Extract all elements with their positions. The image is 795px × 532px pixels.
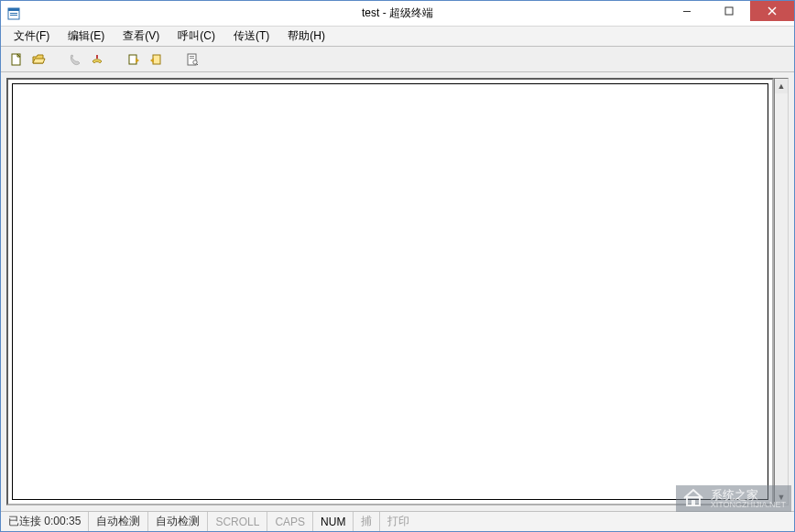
menu-file[interactable]: 文件(F) (6, 27, 57, 46)
svg-line-21 (197, 63, 199, 65)
svg-rect-12 (96, 55, 98, 59)
send-button[interactable] (124, 49, 144, 70)
svg-rect-18 (190, 56, 194, 57)
close-button[interactable] (750, 1, 794, 21)
app-window: test - 超级终端 文件(F) 编辑(E) 查看(V) 呼叫(C) 传送(T… (0, 0, 795, 532)
receive-button[interactable] (146, 49, 166, 70)
status-capture: 捕 (354, 512, 380, 531)
vertical-scrollbar[interactable]: ▲ ▼ (774, 78, 789, 505)
send-file-icon (126, 52, 141, 67)
status-num: NUM (313, 512, 354, 531)
menu-view[interactable]: 查看(V) (115, 27, 167, 46)
svg-rect-19 (190, 58, 194, 59)
svg-rect-3 (10, 15, 17, 16)
new-file-icon (9, 52, 24, 67)
status-caps: CAPS (267, 512, 313, 531)
properties-button[interactable] (182, 49, 202, 70)
svg-rect-15 (153, 55, 160, 64)
menu-edit[interactable]: 编辑(E) (60, 27, 112, 46)
terminal-view[interactable] (12, 83, 768, 500)
open-button[interactable] (28, 49, 49, 70)
client-area: ▲ ▼ (1, 72, 794, 511)
status-scroll: SCROLL (208, 512, 267, 531)
phone-hangup-icon (90, 52, 104, 67)
maximize-button[interactable] (708, 1, 750, 21)
menu-transfer[interactable]: 传送(T) (226, 27, 277, 46)
svg-rect-2 (10, 13, 17, 14)
phone-call-icon (68, 52, 82, 67)
menu-help[interactable]: 帮助(H) (280, 27, 332, 46)
scroll-down-arrow-icon[interactable]: ▼ (775, 490, 788, 505)
menubar: 文件(F) 编辑(E) 查看(V) 呼叫(C) 传送(T) 帮助(H) (1, 27, 794, 47)
window-controls (666, 1, 794, 21)
app-icon (6, 6, 21, 21)
open-folder-icon (31, 52, 46, 67)
statusbar: 已连接 0:00:35 自动检测 自动检测 SCROLL CAPS NUM 捕 … (1, 511, 794, 531)
call-button[interactable] (65, 49, 85, 70)
svg-marker-14 (136, 58, 139, 63)
svg-marker-16 (150, 58, 154, 63)
status-autodetect-2: 自动检测 (148, 512, 208, 531)
status-connection: 已连接 0:00:35 (1, 512, 89, 531)
scroll-up-arrow-icon[interactable]: ▲ (775, 79, 788, 93)
menu-call[interactable]: 呼叫(C) (170, 27, 223, 46)
svg-rect-1 (8, 8, 19, 11)
status-autodetect-1: 自动检测 (89, 512, 148, 531)
svg-rect-5 (725, 7, 733, 15)
titlebar: test - 超级终端 (1, 1, 794, 27)
toolbar (1, 47, 794, 72)
new-button[interactable] (6, 49, 27, 70)
status-print: 打印 (380, 512, 794, 531)
terminal-frame (6, 78, 774, 505)
properties-icon (185, 52, 200, 67)
svg-marker-11 (33, 59, 45, 63)
hangup-button[interactable] (87, 49, 107, 70)
minimize-button[interactable] (666, 1, 708, 21)
svg-rect-4 (683, 11, 691, 12)
svg-rect-13 (129, 55, 136, 64)
receive-file-icon (148, 52, 163, 67)
